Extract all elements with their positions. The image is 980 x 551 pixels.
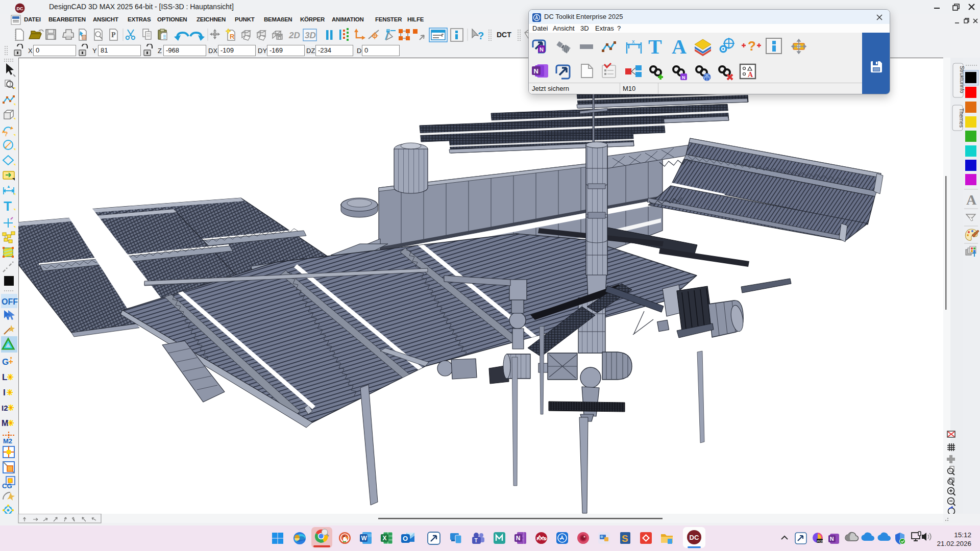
svg-text:PCBS: PCBS — [817, 540, 825, 543]
svg-text:W: W — [361, 535, 368, 542]
svg-text:DC: DC — [690, 534, 699, 541]
svg-text:A: A — [966, 192, 977, 208]
svg-text:T: T — [4, 198, 12, 214]
svg-text:S: S — [622, 533, 628, 544]
svg-text:R: R — [230, 33, 235, 40]
svg-text:DCT: DCT — [497, 31, 511, 39]
svg-text:O: O — [403, 535, 408, 542]
svg-text:OFF: OFF — [2, 297, 18, 306]
svg-text:T: T — [475, 538, 478, 543]
svg-text:I2: I2 — [2, 404, 8, 412]
svg-text:15:12: 15:12 — [954, 531, 971, 539]
svg-text:CG: CG — [2, 482, 12, 490]
svg-text:G: G — [2, 357, 9, 367]
svg-text:N: N — [830, 536, 834, 542]
svg-text:N: N — [534, 67, 538, 75]
svg-text:2D: 2D — [288, 31, 300, 40]
svg-text:?: ? — [478, 30, 484, 41]
svg-text:N: N — [682, 75, 685, 80]
svg-text:DC: DC — [17, 6, 23, 11]
svg-text:A: A — [672, 35, 687, 58]
svg-text:RAD: RAD — [537, 536, 547, 541]
svg-text:A: A — [748, 71, 753, 79]
svg-text:21.02.2026: 21.02.2026 — [937, 540, 971, 547]
svg-text:P: P — [111, 31, 116, 39]
svg-text:T: T — [648, 35, 662, 58]
svg-text:M: M — [2, 419, 8, 428]
svg-text:Themes: Themes — [959, 108, 965, 128]
svg-text:N: N — [516, 535, 521, 542]
svg-text:x: x — [632, 38, 635, 44]
svg-text:X: X — [383, 535, 387, 542]
svg-text:L: L — [2, 372, 7, 382]
svg-text:3D: 3D — [305, 31, 316, 40]
svg-text:I: I — [3, 388, 6, 397]
svg-text:N: N — [540, 46, 544, 53]
svg-text:M2: M2 — [3, 437, 12, 445]
svg-text:?: ? — [4, 131, 8, 138]
svg-text:?: ? — [748, 38, 756, 54]
